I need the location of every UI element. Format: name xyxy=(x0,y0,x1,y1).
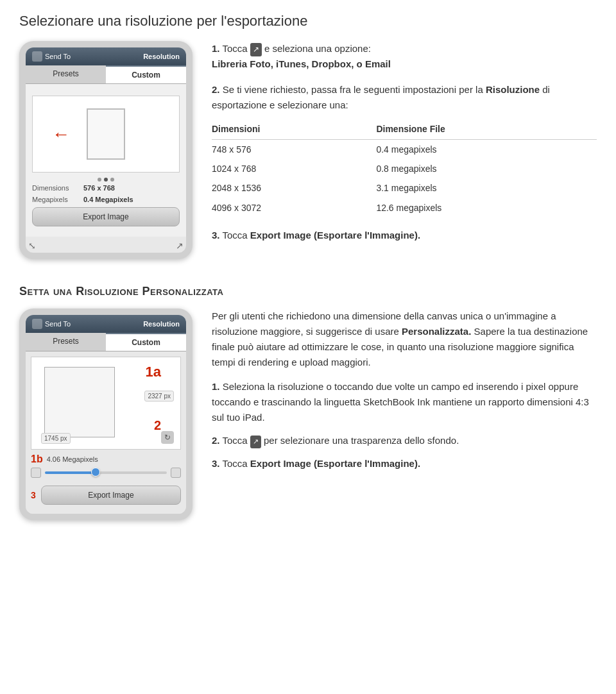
dimensions-value: 576 x 768 xyxy=(83,184,115,192)
list-item-1-text: Seleziona la risoluzione o toccando due … xyxy=(212,381,589,423)
label-1a: 1a xyxy=(146,364,161,380)
second-section: Send To Resolution Presets Custom 1a 232… xyxy=(19,309,597,520)
export-button-1[interactable]: Export Image xyxy=(32,207,180,226)
megapixels-label: Megapixels xyxy=(32,196,83,203)
phone-inner-2: Send To Resolution Presets Custom 1a 232… xyxy=(26,315,186,514)
page-container: Selezionare una risoluzione per l'esport… xyxy=(0,0,616,539)
list-item-3-bold: Export Image (Esportare l'Immagine). xyxy=(250,458,420,469)
list-item-2: 2. Tocca ↗ per selezionare una trasparen… xyxy=(212,433,597,448)
list-item-2-bold: per selezionare una trasparenza dello sf… xyxy=(264,435,459,446)
step1-num: 1. xyxy=(212,43,220,54)
custom-body: 1a 2327 px 2 1745 px ↻ 1b 4.06 Megapixel… xyxy=(26,351,186,514)
phone-header-1: Send To Resolution xyxy=(26,47,186,65)
send-arrow-icon: ↗ xyxy=(250,43,262,56)
cell-filesize: 0.4 megapixels xyxy=(376,139,597,159)
step1-text: Tocca xyxy=(222,43,250,54)
red-arrow-icon: ← xyxy=(52,124,70,144)
cell-dimensions: 1024 x 768 xyxy=(212,159,376,178)
send-to-label-2: Send To xyxy=(45,320,71,328)
cell-dimensions: 748 x 576 xyxy=(212,139,376,159)
phone-header-left-2: Send To xyxy=(32,319,71,329)
custom-canvas-area: 1a 2327 px 2 1745 px ↻ xyxy=(31,357,181,450)
px-right-label[interactable]: 2327 px xyxy=(144,391,174,402)
phone-mockup-1: Send To Resolution Presets Custom ← xyxy=(19,41,193,259)
label-3: 3 xyxy=(31,490,36,500)
cell-filesize: 12.6 megapixels xyxy=(376,198,597,217)
step3-text: Tocca xyxy=(222,230,247,241)
slider-track[interactable] xyxy=(45,471,167,474)
step-3: 3. Tocca Export Image (Esportare l'Immag… xyxy=(212,228,597,243)
phone-header-left: Send To xyxy=(32,51,71,62)
px-bottom-label[interactable]: 1745 px xyxy=(41,433,71,444)
export-row: 3 Export Image xyxy=(31,482,181,509)
col-filesize: Dimensione File xyxy=(376,119,597,139)
table-row: 1024 x 7680.8 megapixels xyxy=(212,159,597,178)
phone-bottom-icons: ⤡ ↗ xyxy=(26,237,186,253)
cell-dimensions: 2048 x 1536 xyxy=(212,178,376,198)
list-item-1: 1. Seleziona la risoluzione o toccando d… xyxy=(212,379,597,425)
step1-apps: Libreria Foto, iTunes, Dropbox, o Email xyxy=(212,58,391,69)
cell-filesize: 0.8 megapixels xyxy=(376,159,597,178)
page-title: Selezionare una risoluzione per l'esport… xyxy=(19,13,597,30)
instructions-1: 1. Tocca ↗ e seleziona una opzione: Libr… xyxy=(212,41,597,253)
slider-thumb[interactable] xyxy=(91,468,100,477)
page-dots xyxy=(32,178,180,182)
tab-presets-1[interactable]: Presets xyxy=(26,65,106,83)
intro-para: Per gli utenti che richiedono una dimens… xyxy=(212,309,597,370)
step1-bold1: e seleziona una opzione: xyxy=(264,43,371,54)
resolution-table: Dimensioni Dimensione File 748 x 5760.4 … xyxy=(212,119,597,217)
step2-num: 2. xyxy=(212,84,220,95)
resolution-label: Resolution xyxy=(143,53,180,60)
phone-body-1: ← Dimensions 576 x 768 xyxy=(26,84,186,237)
dimensions-label: Dimensions xyxy=(32,184,83,192)
send-to-icon-2 xyxy=(32,319,42,329)
phone-mockup-2: Send To Resolution Presets Custom 1a 232… xyxy=(19,309,193,520)
table-row: 748 x 5760.4 megapixels xyxy=(212,139,597,159)
dot-3 xyxy=(110,178,114,182)
phone-inner-1: Send To Resolution Presets Custom ← xyxy=(26,47,186,253)
steps-list: 1. Seleziona la risoluzione o toccando d… xyxy=(212,379,597,471)
slider-row xyxy=(31,468,181,478)
share-icon: ↗ xyxy=(176,241,184,251)
tab-custom-2[interactable]: Custom xyxy=(106,333,186,351)
rotate-icon[interactable]: ↻ xyxy=(161,431,174,444)
label-1b: 1b xyxy=(31,453,43,465)
first-section: Send To Resolution Presets Custom ← xyxy=(19,41,597,259)
custom-canvas-box xyxy=(44,367,115,437)
list-item-2-text: Tocca xyxy=(222,435,247,446)
megapixels-row-custom: 1b 4.06 Megapixels xyxy=(31,453,181,465)
phone-header-2: Send To Resolution xyxy=(26,315,186,333)
transparency-icon: ↗ xyxy=(250,436,261,448)
send-to-icon xyxy=(32,51,42,62)
tab-presets-2[interactable]: Presets xyxy=(26,333,106,351)
step3-bold: Export Image (Esportare l'Immagine). xyxy=(250,230,420,241)
slider-min xyxy=(31,468,41,478)
step2-text: Se ti viene richiesto, passa fra le segu… xyxy=(223,84,483,95)
intro-bold: Personalizzata. xyxy=(402,326,471,337)
dot-1 xyxy=(98,178,101,182)
phone-tabs-2: Presets Custom xyxy=(26,333,186,351)
cell-filesize: 3.1 megapixels xyxy=(376,178,597,198)
resize-icon: ⤡ xyxy=(28,241,36,251)
canvas-area-1: ← xyxy=(32,96,180,173)
send-to-label: Send To xyxy=(45,53,71,60)
megapixels-value: 0.4 Megapixels xyxy=(83,196,133,203)
phone-tabs-1: Presets Custom xyxy=(26,65,186,84)
cell-dimensions: 4096 x 3072 xyxy=(212,198,376,217)
step3-num: 3. xyxy=(212,230,220,241)
slider-max xyxy=(171,468,181,478)
table-row: 4096 x 307212.6 megapixels xyxy=(212,198,597,217)
export-button-2[interactable]: Export Image xyxy=(41,486,181,505)
label-2: 2 xyxy=(154,418,161,433)
list-item-3-text: Tocca xyxy=(222,458,247,469)
second-section-title: Setta una Risoluzione Personalizzata xyxy=(19,285,597,298)
col-dimensions: Dimensioni xyxy=(212,119,376,139)
dot-2 xyxy=(104,178,108,182)
canvas-box-1 xyxy=(87,108,125,160)
megapixels-custom: 4.06 Megapixels xyxy=(47,455,98,463)
tab-custom-1[interactable]: Custom xyxy=(106,65,186,83)
table-row: 2048 x 15363.1 megapixels xyxy=(212,178,597,198)
dimensions-row: Dimensions 576 x 768 xyxy=(32,184,180,192)
list-item-3: 3. Tocca Export Image (Esportare l'Immag… xyxy=(212,456,597,471)
resolution-label-2: Resolution xyxy=(143,320,180,328)
